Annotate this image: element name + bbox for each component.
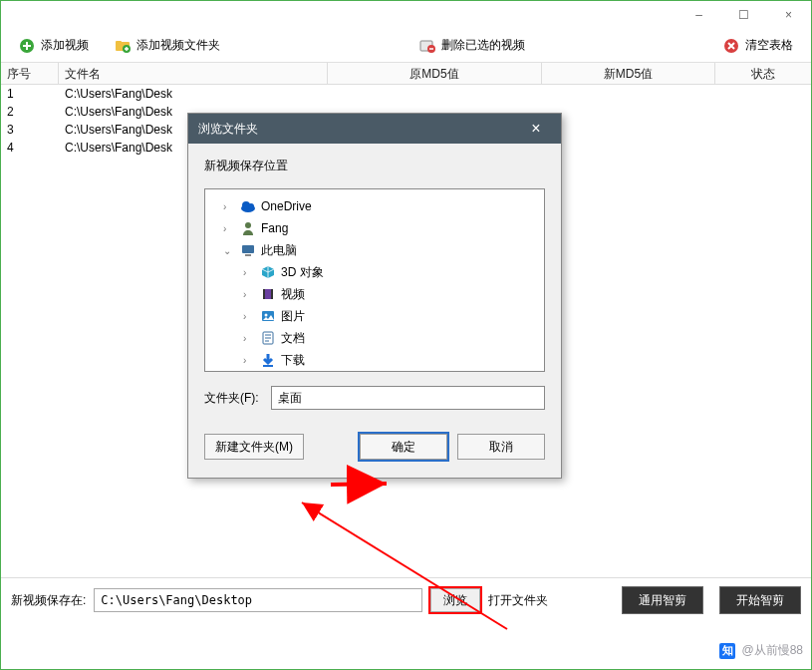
dialog-prompt: 新视频保存位置 — [204, 158, 545, 174]
tree-item-label: OneDrive — [261, 199, 312, 213]
cancel-button[interactable]: 取消 — [457, 434, 545, 460]
tree-item-label: 视频 — [281, 286, 305, 303]
chevron-icon: › — [243, 311, 255, 322]
pc-icon — [239, 242, 257, 258]
folder-tree[interactable]: ›OneDrive›Fang⌄此电脑›3D 对象›视频›图片›文档›下载›音乐 — [204, 188, 545, 372]
dialog-titlebar[interactable]: 浏览文件夹 × — [188, 114, 561, 144]
add-video-label: 添加视频 — [41, 37, 89, 54]
tree-item[interactable]: ›音乐 — [209, 371, 540, 372]
tree-item-label: 此电脑 — [261, 242, 297, 259]
svg-point-10 — [245, 222, 251, 228]
col-state[interactable]: 状态 — [715, 63, 811, 84]
delete-selected-label: 删除已选的视频 — [441, 37, 525, 54]
ok-button[interactable]: 确定 — [360, 434, 447, 460]
folder-plus-icon — [115, 38, 131, 54]
chevron-icon: › — [223, 201, 235, 212]
new-folder-button[interactable]: 新建文件夹(M) — [204, 434, 304, 460]
col-md5b[interactable]: 新MD5值 — [542, 63, 715, 84]
add-folder-label: 添加视频文件夹 — [136, 37, 220, 54]
chevron-icon: › — [243, 333, 255, 344]
tree-item-label: 文档 — [281, 330, 305, 347]
image-icon — [259, 308, 277, 324]
minimize-button[interactable]: – — [677, 1, 721, 29]
chevron-icon: › — [223, 223, 235, 234]
clear-table-button[interactable]: 清空表格 — [713, 33, 803, 58]
svg-rect-12 — [245, 254, 251, 256]
tree-item-label: Fang — [261, 221, 288, 235]
table-row[interactable]: 1C:\Users\Fang\Desk — [1, 85, 811, 103]
general-cut-button[interactable]: 通用智剪 — [622, 586, 703, 614]
svg-rect-2 — [116, 41, 122, 44]
film-icon — [259, 286, 277, 302]
tree-item-label: 下载 — [281, 352, 305, 369]
svg-point-17 — [265, 314, 268, 317]
chevron-icon: › — [243, 289, 255, 300]
open-folder-link[interactable]: 打开文件夹 — [488, 592, 548, 609]
col-idx[interactable]: 序号 — [1, 63, 59, 84]
add-folder-button[interactable]: 添加视频文件夹 — [105, 33, 230, 58]
close-button[interactable]: × — [766, 1, 811, 29]
doc-icon — [259, 330, 277, 346]
browse-button[interactable]: 浏览 — [430, 588, 480, 612]
col-md5a[interactable]: 原MD5值 — [328, 63, 542, 84]
col-file[interactable]: 文件名 — [59, 63, 328, 84]
tree-item[interactable]: ›Fang — [209, 217, 540, 239]
clear-table-label: 清空表格 — [745, 37, 793, 54]
main-toolbar: 添加视频 添加视频文件夹 删除已选的视频 清空表格 — [1, 29, 811, 63]
folder-name-input[interactable] — [271, 386, 545, 410]
table-header: 序号 文件名 原MD5值 新MD5值 状态 — [1, 63, 811, 85]
tree-item[interactable]: ›3D 对象 — [209, 261, 540, 283]
bottom-bar: 新视频保存在: 浏览 打开文件夹 通用智剪 开始智剪 — [1, 578, 811, 622]
tree-item[interactable]: ›下载 — [209, 349, 540, 371]
person-icon — [239, 220, 257, 236]
zhihu-icon: 知 — [719, 643, 735, 659]
chevron-icon: › — [243, 267, 255, 278]
plus-icon — [19, 38, 35, 54]
tree-item[interactable]: ⌄此电脑 — [209, 239, 540, 261]
tree-item[interactable]: ›视频 — [209, 283, 540, 305]
chevron-icon: › — [243, 355, 255, 366]
cloud-icon — [239, 199, 257, 213]
tree-item[interactable]: ›图片 — [209, 305, 540, 327]
tree-item-label: 3D 对象 — [281, 264, 324, 281]
delete-icon — [419, 38, 435, 54]
svg-point-9 — [248, 203, 254, 209]
window-titlebar: – ☐ × — [1, 1, 811, 29]
delete-selected-button[interactable]: 删除已选的视频 — [409, 33, 535, 58]
tree-item-label: 图片 — [281, 308, 305, 325]
svg-rect-14 — [263, 289, 265, 299]
chevron-icon: ⌄ — [223, 245, 235, 256]
dialog-title: 浏览文件夹 — [198, 121, 258, 138]
folder-label: 文件夹(F): — [204, 390, 259, 407]
svg-rect-15 — [271, 289, 273, 299]
tree-item[interactable]: ›OneDrive — [209, 195, 540, 217]
svg-rect-11 — [242, 245, 254, 253]
save-label: 新视频保存在: — [11, 592, 86, 609]
browse-folder-dialog: 浏览文件夹 × 新视频保存位置 ›OneDrive›Fang⌄此电脑›3D 对象… — [187, 113, 562, 479]
dialog-close-icon[interactable]: × — [521, 120, 551, 138]
start-cut-button[interactable]: 开始智剪 — [719, 586, 801, 614]
maximize-button[interactable]: ☐ — [721, 1, 766, 29]
clear-icon — [723, 38, 739, 54]
tree-item[interactable]: ›文档 — [209, 327, 540, 349]
watermark: 知 @从前慢88 — [719, 642, 803, 659]
down-icon — [259, 352, 277, 368]
cube-icon — [259, 264, 277, 280]
svg-rect-19 — [263, 365, 273, 367]
add-video-button[interactable]: 添加视频 — [9, 33, 99, 58]
save-path-input[interactable] — [94, 588, 422, 612]
